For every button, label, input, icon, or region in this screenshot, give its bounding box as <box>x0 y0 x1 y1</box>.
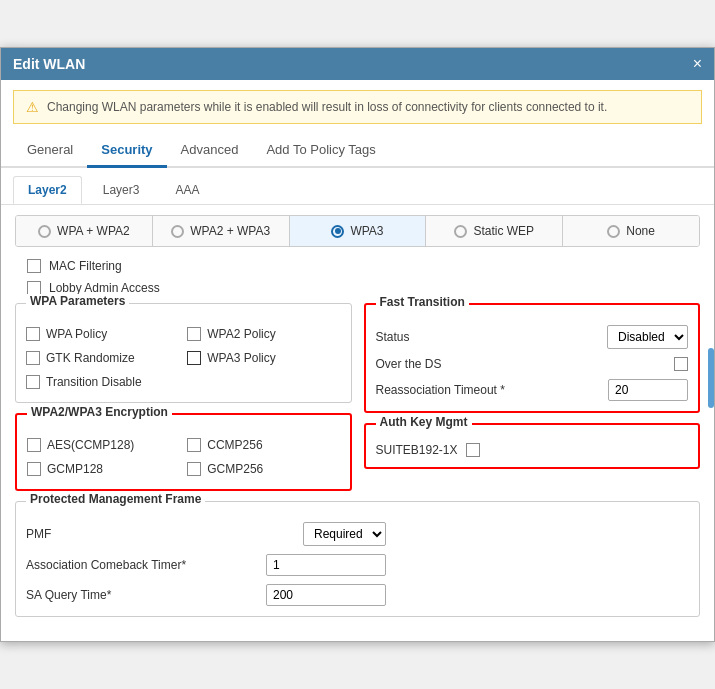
ccmp256-checkbox[interactable] <box>187 438 201 452</box>
sa-query-row: SA Query Time* 200 <box>26 584 386 606</box>
encryption-legend: WPA2/WPA3 Encryption <box>27 405 172 419</box>
radio-label-wpa2-wpa3: WPA2 + WPA3 <box>190 224 270 238</box>
aes-ccmp128-checkbox[interactable] <box>27 438 41 452</box>
wpa2-policy-checkbox[interactable] <box>187 327 201 341</box>
radio-circle-wpa-wpa2 <box>38 225 51 238</box>
auth-key-legend: Auth Key Mgmt <box>376 415 472 429</box>
radio-wpa2-wpa3[interactable]: WPA2 + WPA3 <box>153 216 290 246</box>
mac-filtering-checkbox[interactable] <box>27 259 41 273</box>
ft-status-select[interactable]: Disabled Enabled Adaptive <box>607 325 688 349</box>
gcmp256-label: GCMP256 <box>207 462 263 476</box>
auth-key-section: Auth Key Mgmt SUITEB192-1X <box>364 423 701 469</box>
gcmp128-label: GCMP128 <box>47 462 103 476</box>
radio-label-wpa-wpa2: WPA + WPA2 <box>57 224 130 238</box>
ft-over-ds-label: Over the DS <box>376 357 442 371</box>
main-tabs: General Security Advanced Add To Policy … <box>1 134 714 168</box>
tab-policy-tags[interactable]: Add To Policy Tags <box>252 134 389 168</box>
wpa3-policy-label: WPA3 Policy <box>207 351 275 365</box>
pmf-label: PMF <box>26 527 51 541</box>
gcmp128-row: GCMP128 <box>27 459 179 479</box>
auth-key-grid: SUITEB192-1X <box>376 443 689 457</box>
suiteb192-label: SUITEB192-1X <box>376 443 458 457</box>
aes-ccmp128-label: AES(CCMP128) <box>47 438 134 452</box>
wpa-params-section: WPA Parameters WPA Policy WPA2 Policy <box>15 303 352 403</box>
ft-status-row: Status Disabled Enabled Adaptive <box>376 325 689 349</box>
fast-transition-section: Fast Transition Status Disabled Enabled … <box>364 303 701 413</box>
subtab-aaa[interactable]: AAA <box>160 176 214 204</box>
lobby-admin-row: Lobby Admin Access <box>15 281 700 295</box>
suiteb192-checkbox[interactable] <box>466 443 480 457</box>
tab-general[interactable]: General <box>13 134 87 168</box>
gcmp256-row: GCMP256 <box>187 459 339 479</box>
two-col-layout: WPA Parameters WPA Policy WPA2 Policy <box>15 303 700 501</box>
encryption-section: WPA2/WPA3 Encryption AES(CCMP128) CCMP25… <box>15 413 352 491</box>
subtab-layer3[interactable]: Layer3 <box>88 176 155 204</box>
wpa-params-legend: WPA Parameters <box>26 294 129 308</box>
wpa3-policy-checkbox[interactable] <box>187 351 201 365</box>
ft-reassoc-row: Reassociation Timeout * 20 <box>376 379 689 401</box>
aes-ccmp128-row: AES(CCMP128) <box>27 435 179 455</box>
radio-label-static-wep: Static WEP <box>473 224 534 238</box>
radio-label-wpa3: WPA3 <box>350 224 383 238</box>
close-button[interactable]: × <box>693 56 702 72</box>
gcmp128-checkbox[interactable] <box>27 462 41 476</box>
wpa2-policy-row: WPA2 Policy <box>187 324 340 344</box>
radio-wpa3[interactable]: WPA3 <box>290 216 427 246</box>
ft-status-label: Status <box>376 330 410 344</box>
assoc-timer-input[interactable]: 1 <box>266 554 386 576</box>
radio-circle-static-wep <box>454 225 467 238</box>
radio-wpa-wpa2[interactable]: WPA + WPA2 <box>16 216 153 246</box>
transition-disable-row: Transition Disable <box>26 372 179 392</box>
ccmp256-row: CCMP256 <box>187 435 339 455</box>
assoc-timer-label: Association Comeback Timer* <box>26 558 186 572</box>
wpa-policy-label: WPA Policy <box>46 327 107 341</box>
tab-security[interactable]: Security <box>87 134 166 168</box>
pmf-select[interactable]: Required Optional Disabled <box>303 522 386 546</box>
mac-filtering-label: MAC Filtering <box>49 259 122 273</box>
sa-query-input[interactable]: 200 <box>266 584 386 606</box>
ft-reassoc-label: Reassociation Timeout * <box>376 383 505 397</box>
gcmp256-checkbox[interactable] <box>187 462 201 476</box>
ft-reassoc-input[interactable]: 20 <box>608 379 688 401</box>
wpa-policy-row: WPA Policy <box>26 324 179 344</box>
radio-none[interactable]: None <box>563 216 699 246</box>
warning-banner: ⚠ Changing WLAN parameters while it is e… <box>13 90 702 124</box>
modal-title-bar: Edit WLAN × <box>1 48 714 80</box>
radio-circle-none <box>607 225 620 238</box>
gtk-randomize-row: GTK Randomize <box>26 348 179 368</box>
ccmp256-label: CCMP256 <box>207 438 262 452</box>
security-mode-radio-group: WPA + WPA2 WPA2 + WPA3 WPA3 Static WEP N… <box>15 215 700 247</box>
wpa-policy-checkbox[interactable] <box>26 327 40 341</box>
fast-transition-legend: Fast Transition <box>376 295 469 309</box>
edit-wlan-modal: Edit WLAN × ⚠ Changing WLAN parameters w… <box>0 47 715 642</box>
warning-icon: ⚠ <box>26 99 39 115</box>
gtk-randomize-checkbox[interactable] <box>26 351 40 365</box>
assoc-timer-row: Association Comeback Timer* 1 <box>26 554 386 576</box>
ft-over-ds-row: Over the DS <box>376 357 689 371</box>
right-column: Fast Transition Status Disabled Enabled … <box>364 303 701 501</box>
lobby-admin-label: Lobby Admin Access <box>49 281 160 295</box>
gtk-randomize-label: GTK Randomize <box>46 351 135 365</box>
radio-label-none: None <box>626 224 655 238</box>
radio-circle-wpa3 <box>331 225 344 238</box>
pmf-section: Protected Management Frame PMF Required … <box>15 501 700 617</box>
pmf-legend: Protected Management Frame <box>26 492 205 506</box>
subtab-layer2[interactable]: Layer2 <box>13 176 82 204</box>
wpa3-policy-row: WPA3 Policy <box>187 348 340 368</box>
transition-disable-checkbox[interactable] <box>26 375 40 389</box>
radio-circle-wpa2-wpa3 <box>171 225 184 238</box>
left-column: WPA Parameters WPA Policy WPA2 Policy <box>15 303 352 501</box>
lobby-admin-checkbox[interactable] <box>27 281 41 295</box>
tab-advanced[interactable]: Advanced <box>167 134 253 168</box>
modal-title: Edit WLAN <box>13 56 85 72</box>
transition-disable-label: Transition Disable <box>46 375 142 389</box>
mac-filtering-row: MAC Filtering <box>15 259 700 273</box>
content-area: WPA + WPA2 WPA2 + WPA3 WPA3 Static WEP N… <box>1 205 714 641</box>
sa-query-label: SA Query Time* <box>26 588 111 602</box>
wpa2-policy-label: WPA2 Policy <box>207 327 275 341</box>
warning-text: Changing WLAN parameters while it is ena… <box>47 100 607 114</box>
pmf-row: PMF Required Optional Disabled <box>26 522 386 546</box>
radio-static-wep[interactable]: Static WEP <box>426 216 563 246</box>
ft-over-ds-checkbox[interactable] <box>674 357 688 371</box>
scrollbar[interactable] <box>708 348 714 408</box>
